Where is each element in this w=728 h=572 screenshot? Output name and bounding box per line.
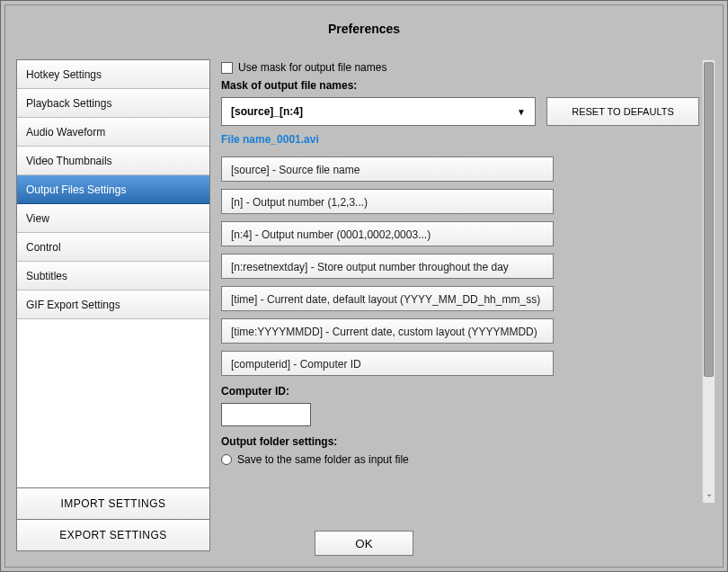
nav-hotkey-settings[interactable]: Hotkey Settings	[17, 60, 209, 89]
preferences-nav: Hotkey Settings Playback Settings Audio …	[16, 59, 210, 495]
mask-combobox[interactable]: [source]_[n:4] ▼	[221, 97, 536, 126]
scroll-down-icon[interactable]: ⌄	[704, 488, 714, 501]
ok-button[interactable]: OK	[315, 531, 413, 556]
token-computerid[interactable]: [computerid] - Computer ID	[221, 351, 554, 376]
nav-gif-export-settings[interactable]: GIF Export Settings	[17, 290, 209, 319]
nav-output-files-settings[interactable]: Output Files Settings	[17, 175, 209, 204]
mask-label: Mask of output file names:	[221, 79, 699, 92]
save-same-folder-radio[interactable]	[221, 454, 232, 465]
output-files-panel: Use mask for output file names Mask of o…	[221, 59, 699, 504]
token-n4[interactable]: [n:4] - Output number (0001,0002,0003...…	[221, 221, 554, 246]
scrollbar-thumb[interactable]	[704, 62, 714, 377]
use-mask-checkbox[interactable]	[221, 62, 233, 74]
mask-value: [source]_[n:4]	[231, 105, 303, 118]
nav-view[interactable]: View	[17, 204, 209, 233]
filename-preview: File name_0001.avi	[221, 133, 699, 146]
nav-control[interactable]: Control	[17, 233, 209, 262]
token-n[interactable]: [n] - Output number (1,2,3...)	[221, 189, 554, 214]
nav-subtitles[interactable]: Subtitles	[17, 262, 209, 290]
token-time[interactable]: [time] - Current date, default layout (Y…	[221, 286, 554, 311]
import-settings-button[interactable]: IMPORT SETTINGS	[16, 487, 210, 520]
chevron-down-icon: ▼	[517, 107, 526, 117]
token-source[interactable]: [source] - Source file name	[221, 156, 554, 182]
token-time-format[interactable]: [time:YYYYMMDD] - Current date, custom l…	[221, 318, 554, 344]
computer-id-label: Computer ID:	[221, 385, 699, 398]
save-same-folder-label: Save to the same folder as input file	[237, 453, 409, 466]
reset-defaults-button[interactable]: RESET TO DEFAULTS	[546, 97, 699, 126]
computer-id-input[interactable]	[221, 403, 311, 426]
output-folder-label: Output folder settings:	[221, 435, 699, 448]
nav-video-thumbnails[interactable]: Video Thumbnails	[17, 147, 209, 175]
use-mask-label: Use mask for output file names	[238, 61, 386, 74]
nav-audio-waveform[interactable]: Audio Waveform	[17, 118, 209, 147]
scrollbar[interactable]: ⌄	[702, 59, 715, 504]
token-nresetnextday[interactable]: [n:resetnextday] - Store output number t…	[221, 254, 554, 279]
nav-playback-settings[interactable]: Playback Settings	[17, 89, 209, 118]
page-title: Preferences	[5, 5, 723, 54]
